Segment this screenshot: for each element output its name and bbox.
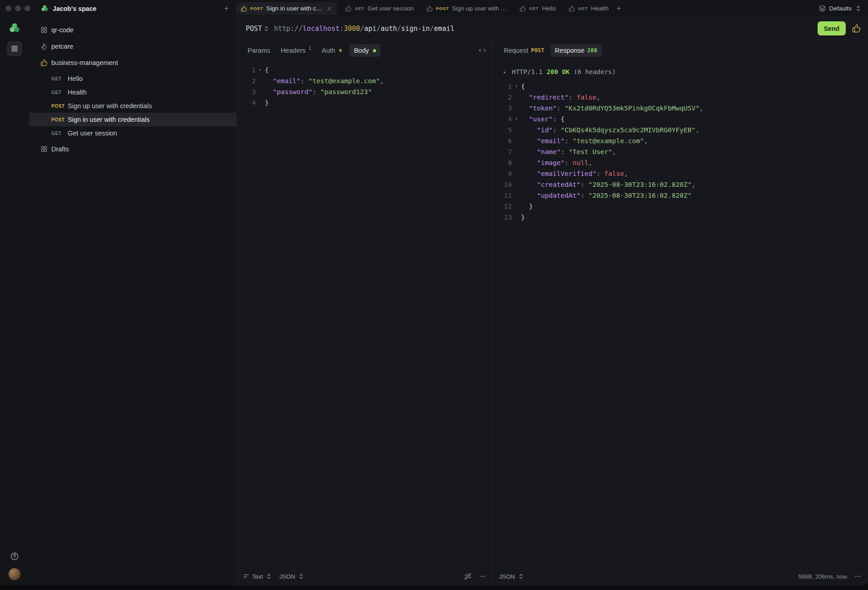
environment-selector[interactable]: Defaults [819,5,862,12]
response-body-viewer[interactable]: 1▾{2 "redirect": false,3 "token": "Kx2td… [493,77,868,567]
copy-as-code-button[interactable] [479,47,486,54]
code-token: "updatedAt" [537,192,580,199]
fold-toggle-icon[interactable]: ▾ [256,65,265,75]
response-language-select[interactable]: JSON [499,573,524,580]
code-line: 10 "createdAt": "2025-08-30T23:16:02.820… [499,179,868,190]
response-status-line[interactable]: ▸ HTTP/1.1 200 OK (6 headers) [493,61,868,77]
ellipsis-icon [854,573,862,580]
code-token [521,137,537,145]
grid-icon [40,145,48,153]
code-token: "name" [537,148,560,155]
sidebar-request-health[interactable]: GETHealth [29,85,236,99]
code-token: , [596,94,600,101]
wrap-mode-select[interactable]: Text [243,573,272,580]
url-input[interactable]: POST http://localhost:3000/api/auth/sign… [244,21,811,36]
fold-toggle-icon[interactable]: ▾ [512,81,521,92]
sidebar-folder-petcare[interactable]: petcare [29,39,236,54]
favorite-thumbs-up-icon[interactable] [852,24,861,33]
fold-toggle-icon [512,168,521,179]
code-content: { [265,65,492,75]
titlebar-tab-get-user-session[interactable]: GETGet user session [341,2,418,15]
code-token: { [265,66,269,74]
code-token: , [691,181,695,188]
request-method-badge: POST [531,47,545,54]
titlebar-tab-sign-up-user-with[interactable]: POSTSign up user with … [422,2,511,15]
titlebar-left: Jacob's space [0,3,236,14]
code-token [521,105,529,112]
code-content: "id": "CbKQs4k5dqyszx5ca9c2MIVbRG0YFyEB"… [521,125,868,135]
request-more-actions-button[interactable] [479,573,486,580]
method-selector[interactable]: POST [246,25,268,33]
url-token: localhost [303,25,339,33]
request-method-label: POST [51,117,68,122]
chevron-updown-icon [855,5,862,12]
new-tab-button[interactable] [613,3,624,14]
request-method-label: GET [51,76,68,81]
code-content: } [265,97,492,108]
sidebar-request-sign-in-user-with-credentials[interactable]: POSTSign in user with credentials [29,113,236,126]
code-content: "user": { [521,114,868,125]
sidebar-request-sign-up-user-with-credentials[interactable]: POSTSign up user with credentials [29,99,236,113]
fold-toggle-icon [512,135,521,146]
window-controls [5,5,30,11]
thumbs-up-icon [241,5,247,12]
response-more-actions-button[interactable] [854,573,862,580]
environment-label: Defaults [829,5,852,12]
code-line: 3 "password": "password123" [243,86,492,97]
url-token: : [340,25,344,33]
help-button[interactable] [10,552,19,561]
line-number: 3 [243,86,256,97]
code-token: , [644,137,648,145]
request-pane-footer: Text JSON [237,567,492,585]
thumbs-up-icon [520,5,526,12]
fold-toggle-icon [256,75,265,86]
code-line: 2 "email": "test@example.com", [243,75,492,86]
code-token [521,181,537,188]
url-token: 3000 [344,25,360,33]
tab-body[interactable]: Body [349,44,381,57]
code-token: "Kx2td0RdYQ53mk5PinkgOCqkFbMwqUSV" [565,105,699,112]
tab-headers[interactable]: Headers1 [276,44,316,57]
code-token: { [521,83,525,90]
sidebar-request-hello[interactable]: GETHello [29,72,236,85]
request-pane-tabs: Params Headers1 Auth Body [237,40,492,61]
code-token: "redirect" [529,94,568,101]
sidebar-folder-business-management[interactable]: business-management [29,55,236,70]
response-pane-footer: JSON 598B, 206ms, now [493,567,868,585]
sidebar-request-get-user-session[interactable]: GETGet user session [29,126,236,140]
code-token: "token" [529,105,556,112]
tab-params[interactable]: Params [243,44,275,57]
sidebar-folder-qr-code[interactable]: qr-code [29,23,236,37]
titlebar-tab-hello[interactable]: GETHello [515,2,560,15]
window-zoom-button[interactable] [25,5,30,11]
workspace-switcher[interactable]: Jacob's space [53,5,96,12]
send-button[interactable]: Send [818,21,846,35]
format-wand-button[interactable] [464,573,471,580]
tab-auth[interactable]: Auth [317,44,348,57]
language-select[interactable]: JSON [279,573,304,580]
chevron-updown-icon [264,25,268,32]
tab-response[interactable]: Response 200 [551,44,602,57]
headers-count-badge: 1 [309,46,312,51]
code-content: "createdAt": "2025-08-30T23:16:02.820Z", [521,179,868,190]
grid-icon [40,26,48,34]
url-token: / [360,25,364,33]
user-avatar[interactable] [9,568,20,580]
fold-toggle-icon[interactable]: ▾ [512,114,521,125]
sidebar-folder-drafts[interactable]: Drafts [29,142,236,156]
code-content: "name": "Test User", [521,146,868,157]
code-token [521,203,529,210]
new-request-button[interactable] [221,3,232,14]
close-tab-icon[interactable] [326,5,332,12]
workspace-apps-button[interactable] [7,41,22,56]
window-close-button[interactable] [5,5,11,11]
code-line: 13} [499,212,868,223]
window-minimize-button[interactable] [15,5,21,11]
workspace-rail [0,17,29,585]
titlebar-tab-health[interactable]: GETHealth [564,2,613,15]
request-body-editor[interactable]: 1▾{2 "email": "test@example.com",3 "pass… [237,61,492,567]
expand-headers-caret-icon[interactable]: ▸ [503,69,508,75]
tab-request-info[interactable]: Request POST [499,44,549,57]
plus-icon [223,5,230,12]
titlebar-tab-sign-in-user-with-c[interactable]: POSTSign in user with c… [236,2,337,15]
